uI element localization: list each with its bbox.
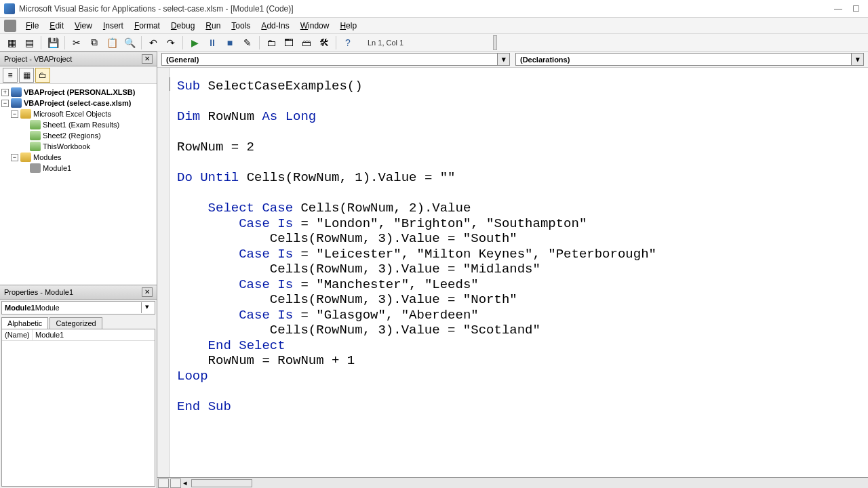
paste-button[interactable]: 📋	[104, 35, 119, 50]
break-button[interactable]: ⏸	[205, 35, 220, 50]
help-button[interactable]: ?	[340, 35, 355, 50]
save-button[interactable]: 💾	[45, 35, 60, 50]
maximize-button[interactable]: ☐	[848, 3, 864, 15]
procedure-dropdown[interactable]: (Declarations) ▾	[515, 53, 864, 66]
properties-panel-header: Properties - Module1 ✕	[0, 285, 157, 300]
window-title: Microsoft Visual Basic for Applications …	[19, 4, 829, 14]
sheet-icon	[30, 120, 41, 129]
project-toolbar: ≡ ▦ 🗀	[0, 66, 157, 84]
code-editor[interactable]: Sub SelectCaseExamples() Dim RowNum As L…	[157, 68, 868, 477]
project-panel-header: Project - VBAProject ✕	[0, 52, 157, 66]
app-icon	[4, 3, 15, 14]
menu-view[interactable]: View	[69, 19, 98, 33]
expand-toggle[interactable]: −	[1, 100, 9, 107]
separator	[141, 36, 142, 49]
toggle-folders-button[interactable]: 🗀	[35, 68, 50, 83]
tree-thisworkbook[interactable]: ThisWorkbook	[43, 142, 90, 150]
tree-project-selectcase[interactable]: VBAProject (select-case.xlsm)	[24, 99, 131, 107]
toolbox-button[interactable]: 🛠	[317, 35, 332, 50]
project-panel-close[interactable]: ✕	[142, 54, 153, 64]
menu-file[interactable]: File	[20, 19, 44, 33]
tree-sheet2[interactable]: Sheet2 (Regions)	[43, 131, 101, 140]
separator	[259, 36, 260, 49]
procedure-view-button[interactable]	[170, 479, 181, 488]
expand-toggle[interactable]: −	[11, 154, 18, 161]
menu-window[interactable]: Window	[295, 19, 335, 33]
properties-button[interactable]: 🗔	[281, 35, 296, 50]
expand-toggle[interactable]: +	[1, 89, 9, 96]
project-panel-title: Project - VBAProject	[4, 55, 142, 63]
insert-button[interactable]: ▤	[22, 35, 37, 50]
sheet-icon	[30, 131, 41, 140]
menubar: FileEditViewInsertFormatDebugRunToolsAdd…	[0, 18, 868, 34]
copy-button[interactable]: ⧉	[87, 35, 102, 50]
property-row: (Name) Module1	[2, 329, 155, 341]
properties-grid[interactable]: (Name) Module1	[1, 329, 155, 487]
tree-excel-objects[interactable]: Microsoft Excel Objects	[33, 110, 111, 118]
tree-project-personal[interactable]: VBAProject (PERSONAL.XLSB)	[24, 88, 135, 96]
cursor-position: Ln 1, Col 1	[362, 37, 409, 48]
property-value[interactable]: Module1	[33, 329, 155, 340]
toolbar: ▦ ▤ 💾 ✂ ⧉ 📋 🔍 ↶ ↷ ▶ ⏸ ■ ✎ 🗀 🗔 🗃 🛠 ? Ln 1…	[0, 34, 868, 52]
property-name: (Name)	[2, 329, 33, 340]
code-text[interactable]: Sub SelectCaseExamples() Dim RowNum As L…	[170, 68, 663, 477]
separator	[336, 36, 336, 49]
view-code-button[interactable]: ≡	[3, 68, 18, 83]
separator	[41, 36, 41, 49]
separator	[182, 36, 183, 49]
project-tree[interactable]: +VBAProject (PERSONAL.XLSB) −VBAProject …	[0, 84, 157, 285]
menu-edit[interactable]: Edit	[44, 19, 69, 33]
folder-icon	[20, 109, 31, 119]
menu-run[interactable]: Run	[200, 19, 226, 33]
object-browser-button[interactable]: 🗃	[299, 35, 314, 50]
dropdown-arrow-icon[interactable]: ▾	[497, 54, 509, 65]
view-excel-button[interactable]: ▦	[4, 35, 19, 50]
vba-icon	[4, 20, 16, 32]
run-button[interactable]: ▶	[187, 35, 202, 50]
undo-button[interactable]: ↶	[146, 35, 161, 50]
properties-object-type: Module	[35, 304, 60, 312]
expand-toggle[interactable]: −	[11, 110, 18, 118]
cut-button[interactable]: ✂	[69, 35, 84, 50]
code-dropdowns: (General) ▾ (Declarations) ▾	[157, 52, 868, 68]
menu-debug[interactable]: Debug	[165, 19, 200, 33]
dropdown-arrow-icon[interactable]: ▾	[141, 302, 152, 313]
redo-button[interactable]: ↷	[163, 35, 178, 50]
project-icon	[11, 98, 22, 108]
separator	[64, 36, 65, 49]
menu-help[interactable]: Help	[334, 19, 362, 33]
object-dropdown-value: (General)	[166, 56, 199, 64]
properties-object-name: Module1	[5, 304, 35, 312]
view-object-button[interactable]: ▦	[19, 68, 34, 83]
scroll-left-icon[interactable]: ◂	[182, 479, 189, 487]
menu-tools[interactable]: Tools	[226, 19, 256, 33]
menu-insert[interactable]: Insert	[98, 19, 129, 33]
tab-categorized[interactable]: Categorized	[50, 317, 102, 329]
splitter-handle[interactable]	[493, 35, 497, 50]
minimize-button[interactable]: —	[830, 3, 846, 15]
reset-button[interactable]: ■	[222, 35, 237, 50]
design-mode-button[interactable]: ✎	[240, 35, 255, 50]
tree-modules[interactable]: Modules	[33, 153, 62, 161]
code-bottom-bar: ◂	[157, 477, 868, 488]
properties-object-selector[interactable]: Module1 Module ▾	[1, 301, 155, 314]
horizontal-scrollbar[interactable]	[191, 479, 252, 487]
dropdown-arrow-icon[interactable]: ▾	[851, 54, 863, 65]
code-margin	[157, 68, 170, 477]
menu-add-ins[interactable]: Add-Ins	[256, 19, 294, 33]
project-icon	[11, 87, 22, 97]
project-explorer-button[interactable]: 🗀	[264, 35, 279, 50]
object-dropdown[interactable]: (General) ▾	[161, 53, 510, 66]
tab-alphabetic[interactable]: Alphabetic	[1, 317, 48, 329]
tree-module1[interactable]: Module1	[43, 164, 71, 172]
folder-icon	[20, 152, 31, 162]
full-module-view-button[interactable]	[158, 479, 169, 488]
properties-panel-close[interactable]: ✕	[142, 287, 153, 297]
properties-panel-title: Properties - Module1	[4, 288, 142, 296]
sheet-icon	[30, 142, 41, 151]
procedure-dropdown-value: (Declarations)	[520, 56, 570, 64]
find-button[interactable]: 🔍	[122, 35, 137, 50]
properties-tabs: Alphabetic Categorized	[0, 316, 157, 329]
menu-format[interactable]: Format	[129, 19, 165, 33]
tree-sheet1[interactable]: Sheet1 (Exam Results)	[43, 121, 119, 129]
